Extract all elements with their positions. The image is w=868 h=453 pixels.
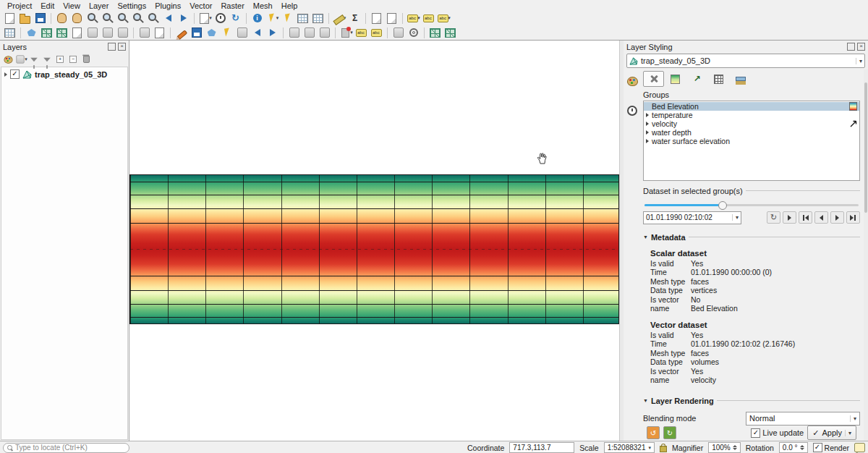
spin-down-icon[interactable]	[800, 448, 804, 450]
annotation-toolbar-button[interactable]: ▾	[339, 26, 354, 40]
scrollbar-thumb[interactable]	[864, 82, 867, 213]
layer-visibility-checkbox[interactable]: ✓	[10, 69, 20, 79]
pan-map-button[interactable]	[54, 12, 69, 25]
pan-to-selection-button[interactable]	[69, 12, 85, 25]
tab-averaging[interactable]	[730, 71, 751, 87]
panel-scrollbar[interactable]	[864, 69, 868, 441]
new-print-layout-button[interactable]	[369, 12, 384, 25]
symbology-palette-icon[interactable]	[627, 77, 638, 86]
tab-mesh-frame[interactable]	[708, 71, 729, 87]
close-panel-icon[interactable]: ×	[118, 43, 126, 51]
group-row[interactable]: water surface elevation	[644, 137, 859, 145]
add-raster-layer-button[interactable]	[39, 26, 54, 40]
locate-search-input[interactable]: Type to locate (Ctrl+K)	[3, 443, 129, 453]
manage-map-themes-button[interactable]: ▾	[14, 54, 27, 65]
diagram-options-button[interactable]: ▾	[436, 12, 451, 25]
map-canvas[interactable]	[129, 41, 619, 441]
menu-mesh[interactable]: Mesh	[249, 1, 277, 11]
save-project-button[interactable]	[33, 12, 48, 25]
open-data-source-manager-button[interactable]	[2, 26, 17, 40]
zoom-next-button[interactable]	[176, 12, 191, 25]
form-annotation-button[interactable]	[369, 26, 384, 40]
deselect-features-button[interactable]	[280, 12, 295, 25]
refresh-map-button[interactable]: ↻	[228, 12, 243, 25]
zoom-to-selection-button[interactable]	[130, 12, 145, 25]
message-log-icon[interactable]	[854, 443, 865, 452]
scale-combo[interactable]: 1:52088321 ▾	[604, 442, 655, 453]
open-layer-styling-button[interactable]	[1, 54, 14, 65]
zoom-last-button[interactable]	[161, 12, 176, 25]
collapse-all-button[interactable]: −	[67, 54, 80, 65]
zoom-in-button[interactable]	[85, 12, 100, 25]
group-row[interactable]: temperature	[644, 111, 859, 119]
add-mesh-layer-button[interactable]	[54, 26, 69, 40]
group-row[interactable]: velocity	[644, 119, 859, 128]
datetime-combo[interactable]: 01.01.1990 02:10:02 ▾	[643, 211, 741, 224]
filter-legend-by-expression-button[interactable]	[41, 54, 54, 65]
blending-mode-combo[interactable]: Normal ▾	[746, 412, 860, 426]
save-layer-edits-button[interactable]	[189, 26, 204, 40]
new-project-button[interactable]	[2, 12, 17, 25]
copy-features-button[interactable]	[302, 26, 317, 40]
filter-legend-button[interactable]	[27, 54, 41, 65]
open-project-button[interactable]	[17, 12, 33, 25]
menu-layer[interactable]: Layer	[85, 1, 114, 11]
group-row[interactable]: water depth	[644, 128, 859, 137]
coordinate-input[interactable]: 717.3,113.7	[509, 442, 574, 453]
spin-down-icon[interactable]	[733, 448, 737, 450]
menu-view[interactable]: View	[59, 1, 85, 11]
magnifier-spinbox[interactable]: 100%	[708, 442, 741, 453]
identify-features-button[interactable]: i	[250, 12, 265, 25]
new-3d-map-view-button[interactable]: ▾	[197, 12, 213, 25]
next-button[interactable]	[830, 211, 844, 224]
new-geopackage-layer-button[interactable]	[137, 26, 152, 40]
field-calculator-button[interactable]	[310, 12, 326, 25]
slider-handle[interactable]	[718, 201, 727, 210]
apply-button[interactable]: ✓ Apply ▾	[807, 426, 856, 440]
temporal-controller-button[interactable]	[213, 12, 228, 25]
menu-raster[interactable]: Raster	[216, 1, 248, 11]
mesh-digitizing-button[interactable]	[443, 26, 458, 40]
tab-vectors[interactable]: ↗	[686, 71, 707, 87]
layer-tree-item[interactable]: ✓ trap_steady_05_3D	[1, 67, 127, 79]
expand-all-button[interactable]: +	[54, 54, 67, 65]
python-console-button[interactable]	[391, 26, 406, 40]
layer-rendering-header[interactable]: ▼ Layer Rendering	[643, 397, 860, 405]
add-feature-button[interactable]	[204, 26, 219, 40]
open-attribute-table-button[interactable]	[295, 12, 310, 25]
zoom-out-button[interactable]	[100, 12, 115, 25]
measure-line-button[interactable]: ▾	[332, 12, 347, 25]
layer-expander-icon[interactable]	[4, 72, 7, 77]
show-layout-manager-button[interactable]	[384, 12, 399, 25]
toggle-editing-button[interactable]	[174, 26, 189, 40]
add-postgis-layer-button[interactable]	[85, 26, 100, 40]
cut-features-button[interactable]	[286, 26, 302, 40]
vertex-tool-button[interactable]	[219, 26, 234, 40]
new-shapefile-layer-button[interactable]	[152, 26, 167, 40]
redo-button[interactable]	[265, 26, 280, 40]
last-button[interactable]	[846, 211, 860, 224]
delete-selected-button[interactable]	[234, 26, 250, 40]
spin-up-icon[interactable]	[733, 445, 737, 447]
zoom-to-layer-button[interactable]	[145, 12, 161, 25]
styling-layer-selector[interactable]: trap_steady_05_3D ▾	[626, 54, 865, 68]
float-panel-icon[interactable]	[108, 43, 116, 51]
dataset-time-slider[interactable]	[644, 201, 859, 208]
lock-scale-icon[interactable]	[660, 446, 667, 452]
remove-layer-button[interactable]	[80, 54, 93, 65]
menu-project[interactable]: Project	[3, 1, 36, 11]
float-panel-icon[interactable]	[847, 43, 855, 51]
spin-up-icon[interactable]	[800, 445, 804, 447]
menu-edit[interactable]: Edit	[36, 1, 59, 11]
add-vector-layer-button[interactable]	[24, 26, 39, 40]
scalar-color-ramp-icon[interactable]	[849, 102, 857, 111]
zoom-full-button[interactable]	[115, 12, 130, 25]
paste-features-button[interactable]	[317, 26, 332, 40]
play-button[interactable]	[783, 211, 796, 224]
select-features-button[interactable]: ▾	[265, 12, 280, 25]
first-button[interactable]	[799, 211, 812, 224]
dataset-groups-list[interactable]: Bed Elevationtemperaturevelocitywater de…	[643, 101, 860, 181]
render-checkbox[interactable]: ✓ Render	[813, 443, 849, 452]
processing-toolbox-button[interactable]	[406, 26, 421, 40]
redo-style-button[interactable]: ↻	[663, 426, 676, 439]
